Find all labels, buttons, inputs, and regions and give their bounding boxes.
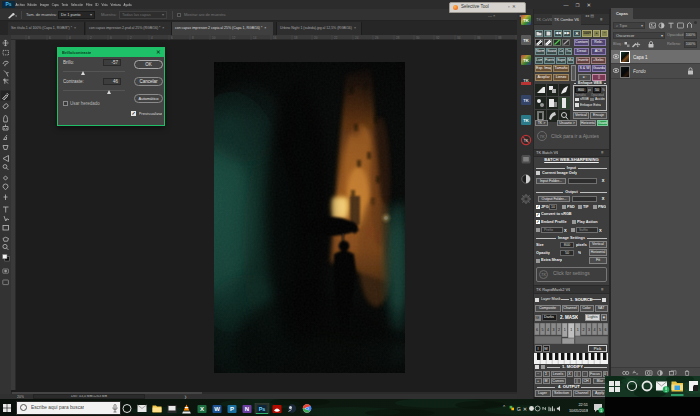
svg-text:1: 1: [570, 328, 572, 332]
svg-text:P: P: [230, 406, 234, 412]
svg-text:20: 20: [314, 36, 318, 40]
svg-text:32: 32: [436, 36, 440, 40]
svg-text:1: 1: [577, 328, 579, 332]
svg-text:2: 2: [558, 328, 560, 332]
svg-text:x: x: [635, 371, 639, 376]
svg-text:18: 18: [294, 36, 298, 40]
svg-text:1: 1: [564, 328, 566, 332]
svg-text:2: 2: [583, 328, 585, 332]
svg-text:30: 30: [416, 36, 420, 40]
svg-text:14: 14: [253, 36, 257, 40]
svg-text:2: 2: [130, 36, 132, 40]
svg-text:TK: TK: [523, 38, 529, 43]
svg-text:TK: TK: [523, 118, 529, 123]
svg-text:22: 22: [334, 36, 338, 40]
svg-text:24: 24: [355, 36, 359, 40]
svg-text:✕: ✕: [523, 405, 527, 411]
svg-text:2: 2: [90, 36, 92, 40]
svg-text:TK: TK: [523, 98, 529, 103]
svg-text:4: 4: [151, 36, 153, 40]
svg-text:6: 6: [171, 36, 173, 40]
svg-text:TK: TK: [523, 78, 529, 83]
svg-text:W: W: [214, 406, 220, 412]
svg-text:28: 28: [396, 36, 400, 40]
svg-text:3: 3: [553, 328, 555, 332]
svg-text:X: X: [200, 406, 204, 412]
svg-text:8: 8: [192, 36, 194, 40]
svg-text:5: 5: [542, 328, 544, 332]
svg-text:4: 4: [547, 328, 549, 332]
svg-text:TK: TK: [523, 18, 529, 23]
svg-text:4: 4: [594, 328, 596, 332]
svg-text:12: 12: [232, 36, 236, 40]
svg-text:TK: TK: [523, 58, 529, 63]
svg-text:TK: TK: [524, 139, 529, 143]
svg-text:26: 26: [375, 36, 379, 40]
svg-text:6: 6: [605, 328, 607, 332]
svg-text:N: N: [245, 406, 249, 412]
svg-text:34: 34: [457, 36, 461, 40]
svg-text:Ps: Ps: [259, 406, 266, 412]
svg-text:10: 10: [212, 36, 216, 40]
svg-text:5: 5: [599, 328, 601, 332]
svg-text:0: 0: [110, 36, 112, 40]
svg-text:3: 3: [588, 328, 590, 332]
svg-text:8: 8: [28, 36, 30, 40]
svg-text:G: G: [517, 405, 521, 411]
svg-text:4: 4: [69, 36, 71, 40]
svg-text:6: 6: [49, 36, 51, 40]
svg-text:38: 38: [498, 36, 502, 40]
svg-text:6: 6: [536, 328, 538, 332]
svg-text:16: 16: [273, 36, 277, 40]
svg-text:36: 36: [477, 36, 481, 40]
